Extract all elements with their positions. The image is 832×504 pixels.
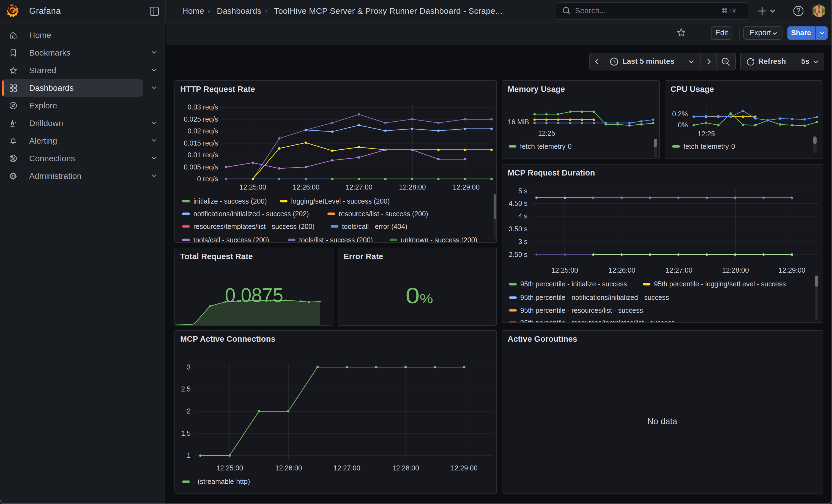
svg-text:1: 1 (186, 451, 190, 459)
svg-text:95th percentile - resources/te: 95th percentile - resources/templates/li… (520, 319, 674, 323)
svg-text:- (streamable-http): - (streamable-http) (193, 477, 250, 485)
svg-text:4 s: 4 s (518, 212, 527, 219)
svg-text:12:28:00: 12:28:00 (392, 464, 419, 472)
svg-text:fetch-telemetry-0: fetch-telemetry-0 (683, 142, 735, 150)
svg-text:5 s: 5 s (518, 187, 527, 194)
svg-text:12:29:00: 12:29:00 (450, 464, 477, 472)
svg-text:12:25: 12:25 (538, 129, 555, 137)
svg-text:16 MiB: 16 MiB (508, 118, 529, 126)
svg-text:resources/list - success (200): resources/list - success (200) (338, 210, 428, 217)
svg-text:2.5: 2.5 (181, 385, 190, 393)
svg-text:tools/call - success (200): tools/call - success (200) (193, 236, 269, 242)
svg-text:fetch-telemetry-0: fetch-telemetry-0 (520, 142, 571, 150)
svg-text:initialize - success (200): initialize - success (200) (193, 197, 267, 205)
svg-text:95th percentile - resources/li: 95th percentile - resources/list - succe… (520, 306, 643, 314)
svg-text:0.2%: 0.2% (672, 110, 687, 117)
svg-text:12:26:00: 12:26:00 (608, 266, 635, 274)
svg-text:2.50 s: 2.50 s (509, 250, 527, 258)
svg-text:tools/list - success (200): tools/list - success (200) (299, 236, 372, 242)
svg-text:resources/templates/list - suc: resources/templates/list - success (200) (193, 222, 314, 230)
svg-text:3: 3 (186, 363, 190, 371)
svg-text:12:25:00: 12:25:00 (551, 266, 578, 274)
svg-text:12:26:00: 12:26:00 (275, 464, 302, 472)
svg-text:notifications/initialized - su: notifications/initialized - success (202… (193, 210, 309, 217)
svg-text:95th percentile - logging/setL: 95th percentile - logging/setLevel - suc… (654, 280, 785, 288)
svg-text:3 s: 3 s (518, 237, 527, 245)
svg-text:12:29:00: 12:29:00 (778, 266, 805, 274)
svg-text:3.50 s: 3.50 s (509, 225, 527, 233)
svg-text:12:27:00: 12:27:00 (333, 464, 360, 472)
svg-text:12:27:00: 12:27:00 (665, 266, 692, 274)
svg-text:unknown - success (200): unknown - success (200) (400, 236, 477, 242)
svg-text:12:28:00: 12:28:00 (722, 266, 749, 274)
svg-text:95th percentile - initialize -: 95th percentile - initialize - success (520, 280, 627, 288)
svg-text:95th percentile - notification: 95th percentile - notifications/initiali… (520, 293, 669, 301)
svg-text:4.50 s: 4.50 s (509, 199, 527, 207)
svg-text:tools/call - error (404): tools/call - error (404) (342, 222, 407, 230)
svg-text:12:25: 12:25 (698, 130, 715, 137)
svg-text:12:25:00: 12:25:00 (216, 464, 243, 472)
svg-text:logging/setLevel - success (20: logging/setLevel - success (200) (291, 197, 390, 205)
svg-text:1.5: 1.5 (181, 429, 190, 437)
svg-text:2: 2 (186, 407, 190, 415)
svg-text:0%: 0% (678, 121, 687, 129)
